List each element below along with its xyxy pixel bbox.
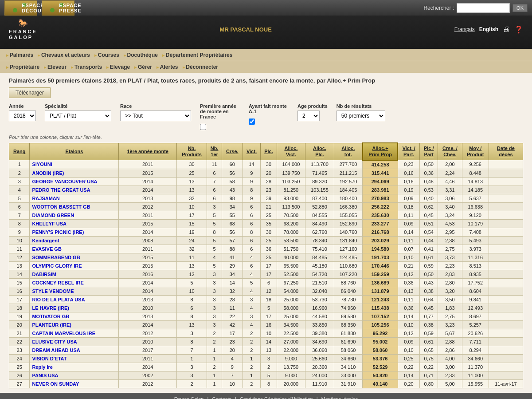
search-button[interactable]: OK bbox=[512, 4, 528, 12]
annee-filter: Année 2018 2017 2016 bbox=[9, 103, 36, 121]
etalon-link[interactable]: PANIS USA bbox=[32, 373, 58, 378]
etalon-link[interactable]: DREAM AHEAD USA bbox=[32, 348, 80, 353]
etalon-link[interactable]: SOMMERABEND GB bbox=[32, 255, 80, 260]
footer-mentions[interactable]: Mentions légales bbox=[321, 396, 358, 399]
col-alloc-vict[interactable]: Alloc.Vict. bbox=[277, 143, 305, 160]
col-vict[interactable]: Vict. bbox=[243, 143, 261, 160]
table-row: 20PLANTEUR (IRE)20141334241634.50033.850… bbox=[9, 320, 523, 329]
nav-eleveur[interactable]: Eleveur bbox=[42, 63, 68, 71]
annee-label: Année bbox=[9, 103, 36, 109]
nav-dept[interactable]: Département Propriétaires bbox=[160, 51, 235, 59]
etalon-link[interactable]: RAJSAMAN bbox=[32, 196, 59, 201]
nav-chevaux[interactable]: Chevaux et acteurs bbox=[36, 51, 92, 59]
table-row: 25Reply Ire20143292213.75020.36034.11052… bbox=[9, 363, 523, 371]
col-nb-1er[interactable]: Nb.1er bbox=[207, 143, 222, 160]
etalon-link[interactable]: Kendargent bbox=[32, 238, 59, 243]
table-row: 21CAPTAIN MARVELOUS IRE2012321721022.500… bbox=[9, 329, 523, 337]
etalon-link[interactable]: OLYMPIC GLORY IRE bbox=[32, 263, 82, 269]
col-crse[interactable]: Crse. bbox=[222, 143, 243, 160]
etalon-link[interactable]: PENNY'S PICNIC (IRE) bbox=[32, 229, 84, 235]
col-alloc-prim[interactable]: Alloc.+Prim Prop bbox=[363, 143, 398, 160]
etalon-link[interactable]: PEDRO THE GREAT USA bbox=[32, 187, 90, 193]
col-date-deces[interactable]: Date dedécès bbox=[489, 143, 523, 160]
etalon-link[interactable]: PLANTEUR (IRE) bbox=[32, 322, 71, 328]
nav-palmares[interactable]: Palmarès bbox=[4, 51, 35, 59]
etalon-link[interactable]: WOOTTON BASSETT GB bbox=[32, 204, 90, 209]
age-label: Age produits bbox=[297, 103, 328, 109]
nav-alertes[interactable]: Alertes bbox=[155, 63, 180, 71]
col-etalons[interactable]: Etalons bbox=[30, 143, 119, 160]
col-vict-part[interactable]: Vict. /Part. bbox=[398, 143, 419, 160]
nav-docu[interactable]: Docuthèque bbox=[122, 51, 160, 59]
etalon-link[interactable]: SIYOUNI bbox=[32, 162, 52, 167]
specialite-select[interactable]: PLAT / Plat HAIES / Haies STEEPLE / Stee… bbox=[45, 111, 111, 121]
footer-cgu[interactable]: Conditions Générales d'Utilisation bbox=[240, 396, 313, 399]
etalon-link[interactable]: ELUSIVE CITY USA bbox=[32, 339, 77, 344]
premiere-annee-checkbox[interactable] bbox=[200, 124, 206, 130]
etalon-link[interactable]: GEORGE VANCOUVER USA bbox=[32, 179, 97, 184]
etalon-link[interactable]: Reply Ire bbox=[32, 364, 52, 370]
green-dot-icon bbox=[13, 8, 17, 12]
ayant-fait-checkbox[interactable] bbox=[249, 119, 255, 125]
etalon-link[interactable]: CAPTAIN MARVELOUS IRE bbox=[32, 331, 95, 336]
etalon-link[interactable]: COCKNEY REBEL IRE bbox=[32, 280, 83, 285]
table-row: 24VISION D'ETAT2011114139.00025.66034.66… bbox=[9, 354, 523, 363]
palmares-table: Rang Etalons 1ère année monte Nb.Produit… bbox=[9, 142, 523, 388]
premiere-annee-label: Première année de monte en France bbox=[200, 103, 240, 119]
col-rang[interactable]: Rang bbox=[9, 143, 30, 160]
table-row: 17RIO DE LA PLATA USA2013832831825.00053… bbox=[9, 295, 523, 304]
col-plc[interactable]: Plc. bbox=[261, 143, 277, 160]
table-row: 1SIYOUNI20113011601430164.000113.700277.… bbox=[9, 160, 523, 169]
etalon-link[interactable]: LE HAVRE (IRE) bbox=[32, 305, 69, 311]
table-row: 3GEORGE VANCOUVER USA201413758928103.250… bbox=[9, 177, 523, 186]
col-alloc-tot[interactable]: Alloc.tot. bbox=[334, 143, 363, 160]
espace-decouverte-button[interactable]: Espace Découverte bbox=[4, 0, 37, 16]
etalon-link[interactable]: DABIRSIM bbox=[32, 272, 56, 277]
help-icon[interactable]: ❓ bbox=[514, 25, 523, 34]
col-premiere-annee[interactable]: 1ère année monte bbox=[119, 143, 176, 160]
nav-proprietaire[interactable]: Propriétaire bbox=[4, 63, 41, 71]
espace-presse-button[interactable]: Espace Presse bbox=[42, 0, 74, 16]
col-nb-produits[interactable]: Nb.Produits bbox=[176, 143, 207, 160]
table-row: 4PEDRO THE GREAT USA20141364382381.25010… bbox=[9, 186, 523, 194]
etalon-link[interactable]: KHELEYF USA bbox=[32, 221, 66, 226]
footer-contacts[interactable]: Contacts bbox=[212, 396, 231, 399]
table-row: 10Kendargent20082455762553.50078.340131.… bbox=[9, 236, 523, 245]
col-alloc-plc[interactable]: Alloc.Plc. bbox=[305, 143, 334, 160]
nb-resultats-select[interactable]: 50 premiers 100 premiers 200 premiers bbox=[336, 111, 385, 121]
col-plc-part[interactable]: Plc /Part bbox=[420, 143, 438, 160]
lang-en-link[interactable]: English bbox=[479, 26, 498, 32]
etalon-link[interactable]: NEVER ON SUNDAY bbox=[32, 381, 79, 387]
race-select[interactable]: >> Tout Pur-sang Trotteur bbox=[120, 111, 191, 121]
etalon-link[interactable]: RIO DE LA PLATA USA bbox=[32, 297, 85, 302]
table-row: 27NEVER ON SUNDAY201221102820.00011.9103… bbox=[9, 379, 523, 388]
espace-presse-label: Espace Presse bbox=[59, 3, 63, 7]
col-moy-produit[interactable]: Moy /Produit bbox=[462, 143, 489, 160]
nav-transports[interactable]: Transports bbox=[69, 63, 104, 71]
etalon-link[interactable]: ANODIN (IRE) bbox=[32, 170, 64, 176]
lang-fr-link[interactable]: Français bbox=[454, 26, 475, 32]
green-dot-icon2 bbox=[50, 8, 55, 12]
download-button[interactable]: Télécharger bbox=[9, 87, 51, 98]
table-row: 8KHELEYF USA20151556863568.20084.490152.… bbox=[9, 219, 523, 228]
nav-gerer[interactable]: Gérer bbox=[133, 63, 154, 71]
etalon-link[interactable]: EVASIVE GB bbox=[32, 246, 61, 252]
col-crse-chev[interactable]: Crse. /Chev. bbox=[438, 143, 462, 160]
nav-courses[interactable]: Courses bbox=[93, 51, 121, 59]
table-row: 9PENNY'S PICNIC (IRE)20141985683078.0006… bbox=[9, 228, 523, 236]
age-select[interactable]: 2 3 4 bbox=[297, 111, 320, 121]
etalon-link[interactable]: MOTIVATOR GB bbox=[32, 314, 69, 319]
etalon-link[interactable]: STYLE VENDOME bbox=[32, 288, 74, 294]
nav-primary: Palmarès Chevaux et acteurs Courses Docu… bbox=[0, 49, 532, 61]
etalon-link[interactable]: VISION D'ETAT bbox=[32, 356, 66, 361]
nav-deconnecter[interactable]: Déconnecter bbox=[181, 63, 220, 71]
search-label: Rechercher : bbox=[423, 5, 454, 11]
ayant-fait-filter: Ayant fait monte A-1 bbox=[249, 103, 289, 125]
footer-france-galop[interactable]: France Galop bbox=[174, 396, 204, 399]
search-input[interactable] bbox=[457, 3, 510, 13]
ayant-fait-label: Ayant fait monte A-1 bbox=[249, 103, 289, 114]
annee-select[interactable]: 2018 2017 2016 bbox=[9, 111, 36, 121]
print-icon[interactable]: 🖨 bbox=[503, 25, 510, 33]
nav-elevage[interactable]: Elevage bbox=[105, 63, 132, 71]
etalon-link[interactable]: DIAMOND GREEN bbox=[32, 213, 74, 218]
